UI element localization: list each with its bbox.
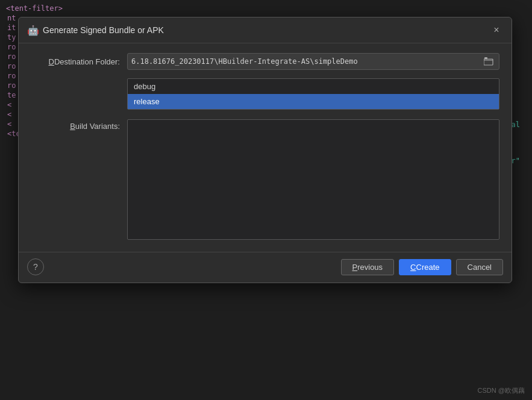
dialog-footer: ? Previous CCreate Cancel: [19, 252, 512, 283]
list-item-release[interactable]: release: [128, 94, 499, 109]
watermark: CSDN @欧偶藕: [478, 386, 525, 395]
android-icon: 🤖: [27, 25, 38, 36]
dialog-title-left: 🤖 Generate Signed Bundle or APK: [27, 25, 164, 36]
dialog-body: DDestination Folder: 6.18.81676_20230117…: [19, 43, 512, 252]
previous-button[interactable]: Previous: [341, 259, 395, 275]
build-variants-list: [127, 119, 499, 240]
close-button[interactable]: ×: [490, 23, 503, 37]
folder-browse-button[interactable]: [482, 56, 495, 67]
create-button[interactable]: CCreate: [399, 259, 451, 275]
folder-input-row: 6.18.81676_20230117\HBuilder-Integrate-A…: [127, 53, 499, 70]
build-type-list: debug release: [127, 78, 499, 110]
generate-signed-dialog: 🤖 Generate Signed Bundle or APK × DDesti…: [18, 17, 512, 283]
folder-path-input[interactable]: 6.18.81676_20230117\HBuilder-Integrate-A…: [131, 57, 482, 66]
bg-code-1: <tent-filter>: [0, 4, 532, 13]
dialog-titlebar: 🤖 Generate Signed Bundle or APK ×: [19, 17, 512, 43]
cancel-button[interactable]: Cancel: [456, 259, 503, 275]
help-button[interactable]: ?: [27, 258, 44, 275]
build-variants-row: Build Variants:: [31, 119, 499, 240]
list-item-debug[interactable]: debug: [128, 79, 499, 94]
destination-folder-label: DDestination Folder:: [31, 57, 127, 66]
build-variants-label: Build Variants:: [31, 119, 127, 131]
destination-folder-row: DDestination Folder: 6.18.81676_20230117…: [31, 53, 499, 70]
dialog-title: Generate Signed Bundle or APK: [43, 25, 164, 35]
footer-right: Previous CCreate Cancel: [341, 259, 503, 275]
footer-left: ?: [27, 258, 44, 275]
svg-rect-1: [484, 57, 487, 59]
